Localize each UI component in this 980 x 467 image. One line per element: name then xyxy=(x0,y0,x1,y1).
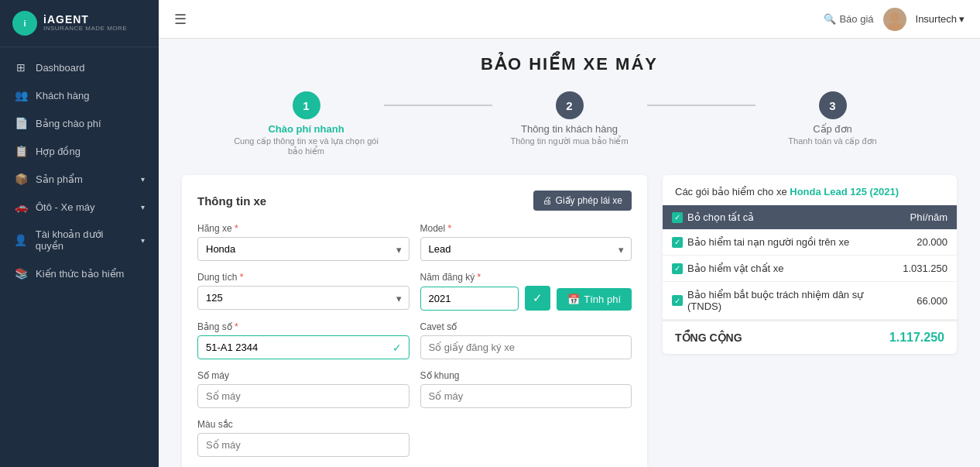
sidebar-item-label: Dashboard xyxy=(36,62,85,74)
tinh-phi-button[interactable]: 📅 Tính phí xyxy=(557,288,632,311)
nam-dang-ky-input[interactable] xyxy=(420,287,519,311)
dashboard-icon: ⊞ xyxy=(14,61,28,74)
step-label-1: Chào phí nhanh xyxy=(268,123,344,135)
sidebar: i iAGENT INSURANCE MADE MORE ⊞ Dashboard… xyxy=(0,0,159,467)
group-so-khung: Số khung xyxy=(420,370,632,408)
model-select-wrapper: Lead xyxy=(420,237,632,261)
row-mau-sac: Màu sắc xyxy=(197,419,632,457)
vehicle-form-panel: Thông tin xe 🖨 Giấy phép lái xe Hãng xe … xyxy=(182,175,647,467)
logo-sub: INSURANCE MADE MORE xyxy=(43,26,127,33)
bang-so-input-wrap: ✓ xyxy=(197,335,409,359)
step-line-2 xyxy=(647,105,756,106)
sidebar-item-label: Hợp đồng xyxy=(36,146,81,157)
avatar xyxy=(883,8,906,31)
group-nam-dang-ky: Năm đăng ký * ✓ 📅 Tính phí xyxy=(420,272,632,311)
select-all-row[interactable]: Bỏ chọn tất cả xyxy=(672,211,884,223)
dung-tich-select-wrapper: 125 xyxy=(197,286,409,310)
logo-icon: i xyxy=(12,11,37,36)
cavet-input[interactable] xyxy=(420,335,632,359)
insurance-table: Bỏ chọn tất cả Phí/năm Bảo hiểm tai nạn … xyxy=(663,205,957,320)
so-may-input[interactable] xyxy=(197,384,409,408)
group-so-may: Số máy xyxy=(197,370,409,408)
group-hang-xe: Hãng xe * Honda xyxy=(197,223,409,261)
sidebar-item-label: Bảng chào phí xyxy=(36,118,101,129)
total-row: TỔNG CỘNG 1.117.250 xyxy=(663,320,957,354)
license-button[interactable]: 🖨 Giấy phép lái xe xyxy=(533,191,632,211)
nam-dang-ky-label: Năm đăng ký * xyxy=(420,272,632,283)
sidebar-item-label: Ôtô - Xe máy xyxy=(36,201,95,213)
step-circle-1: 1 xyxy=(293,91,320,119)
table-row: Bảo hiểm tai nạn người ngồi trên xe 20.0… xyxy=(663,229,957,256)
chevron-down-icon: ▾ xyxy=(141,236,145,245)
product-icon: 📦 xyxy=(14,173,28,185)
sidebar-item-label: Sản phẩm xyxy=(36,173,83,185)
insurance-panel: Các gói bảo hiểm cho xe Honda Lead 125 (… xyxy=(663,175,957,354)
step-1: 1 Chào phí nhanh Cung cấp thông tin xe v… xyxy=(229,91,384,156)
step-circle-2: 2 xyxy=(556,91,584,119)
package-1-checkbox[interactable] xyxy=(672,237,683,248)
step-label-3: Cấp đơn xyxy=(813,123,852,135)
main: ☰ 🔍 Báo giá Insurtech ▾ BẢO HIỂM XE MÁY … xyxy=(159,0,980,467)
dung-tich-label: Dung tích * xyxy=(197,272,409,283)
sidebar-item-hop-dong[interactable]: 📋 Hợp đồng xyxy=(0,137,159,165)
sidebar-item-oto-xe-may[interactable]: 🚗 Ôtô - Xe máy ▾ xyxy=(0,193,159,221)
group-cavet: Cavet số xyxy=(420,321,632,359)
so-may-label: Số máy xyxy=(197,370,409,381)
year-row: ✓ 📅 Tính phí xyxy=(420,286,632,311)
bao-gia-label: Báo giá xyxy=(839,13,873,25)
hang-xe-select-wrapper: Honda xyxy=(197,237,409,261)
contract-icon: 📋 xyxy=(14,145,28,157)
sidebar-item-khach-hang[interactable]: 👥 Khách hàng xyxy=(0,81,159,109)
so-khung-input[interactable] xyxy=(420,384,632,408)
spacer xyxy=(420,419,632,457)
user-menu[interactable]: Insurtech ▾ xyxy=(916,13,965,25)
sidebar-item-label: Kiến thức bảo hiểm xyxy=(36,268,124,280)
hang-xe-label: Hãng xe * xyxy=(197,223,409,234)
logo-title: iAGENT xyxy=(43,14,127,26)
form-area: Thông tin xe 🖨 Giấy phép lái xe Hãng xe … xyxy=(182,175,957,467)
step-sub-2: Thông tin người mua bảo hiểm xyxy=(510,136,628,146)
car-icon: 🚗 xyxy=(14,201,28,213)
search-button[interactable]: 🔍 Báo giá xyxy=(824,13,873,25)
hamburger-icon[interactable]: ☰ xyxy=(174,11,187,28)
check-icon: ✓ xyxy=(392,342,402,354)
row-so-may-khung: Số máy Số khung xyxy=(197,370,632,408)
row-hang-xe-model: Hãng xe * Honda Model * xyxy=(197,223,632,261)
user-icon: 👤 xyxy=(14,234,28,246)
sidebar-item-dashboard[interactable]: ⊞ Dashboard xyxy=(0,53,159,81)
row-dung-tich-nam: Dung tích * 125 Năm đăng ký * xyxy=(197,272,632,311)
panel-header: Thông tin xe 🖨 Giấy phép lái xe xyxy=(197,191,632,211)
document-icon: 📄 xyxy=(14,117,28,129)
steps-indicator: 1 Chào phí nhanh Cung cấp thông tin xe v… xyxy=(182,91,957,156)
group-dung-tich: Dung tích * 125 xyxy=(197,272,409,311)
package-3-checkbox[interactable] xyxy=(672,295,683,306)
dung-tich-select[interactable]: 125 xyxy=(197,286,409,310)
row-bang-so-cavet: Bảng số * ✓ Cavet số xyxy=(197,321,632,359)
hang-xe-select[interactable]: Honda xyxy=(197,237,409,261)
table-header: Bỏ chọn tất cả Phí/năm xyxy=(663,205,957,229)
bang-so-input[interactable] xyxy=(197,335,409,359)
panel-title: Thông tin xe xyxy=(197,194,266,208)
car-model-highlight: Honda Lead 125 (2021) xyxy=(790,186,899,197)
sidebar-nav: ⊞ Dashboard 👥 Khách hàng 📄 Bảng chào phí… xyxy=(0,47,159,467)
search-icon: 🔍 xyxy=(824,13,836,25)
content: BẢO HIỂM XE MÁY 1 Chào phí nhanh Cung cấ… xyxy=(159,39,980,467)
sidebar-item-kien-thuc[interactable]: 📚 Kiến thức bảo hiểm xyxy=(0,259,159,287)
sidebar-item-bang-chao-phi[interactable]: 📄 Bảng chào phí xyxy=(0,109,159,137)
select-all-checkbox[interactable] xyxy=(672,212,683,223)
step-sub-1: Cung cấp thông tin xe và lựa chọn gói bả… xyxy=(229,136,384,156)
mau-sac-input[interactable] xyxy=(197,433,409,457)
sidebar-item-tai-khoan[interactable]: 👤 Tài khoản dưới quyền ▾ xyxy=(0,221,159,259)
topbar: ☰ 🔍 Báo giá Insurtech ▾ xyxy=(159,0,980,39)
svg-point-1 xyxy=(887,22,903,31)
group-bang-so: Bảng số * ✓ xyxy=(197,321,409,359)
sidebar-item-san-pham[interactable]: 📦 Sản phẩm ▾ xyxy=(0,165,159,193)
package-1-price: 20.000 xyxy=(893,229,957,256)
package-2-checkbox[interactable] xyxy=(672,263,683,274)
page-title: BẢO HIỂM XE MÁY xyxy=(182,54,957,74)
chevron-down-icon: ▾ xyxy=(959,13,965,25)
knowledge-icon: 📚 xyxy=(14,267,28,280)
mau-sac-label: Màu sắc xyxy=(197,419,409,430)
model-select[interactable]: Lead xyxy=(420,237,632,261)
validate-button[interactable]: ✓ xyxy=(525,286,550,311)
